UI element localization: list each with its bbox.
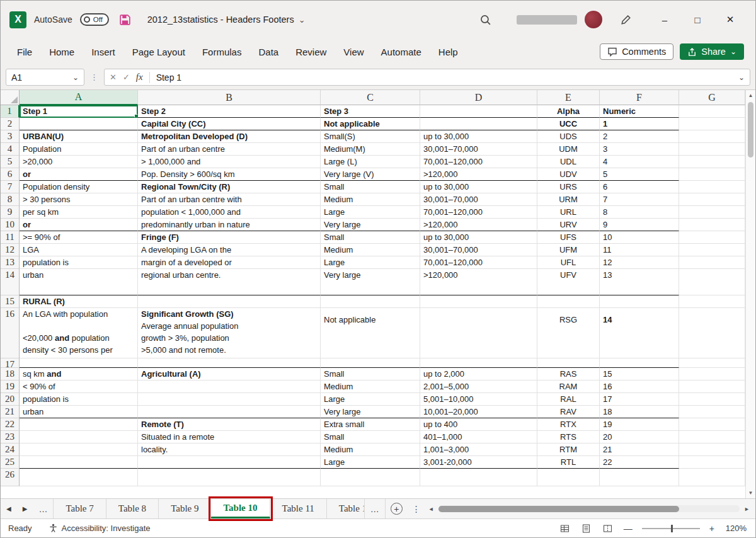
cell-D9[interactable]: 70,001–120,000 (420, 206, 537, 219)
cell-D25[interactable]: 3,001-20,000 (420, 456, 537, 469)
zoom-slider-knob[interactable] (671, 525, 673, 532)
page-break-preview-button[interactable] (601, 522, 614, 535)
cell-A20[interactable]: population is (20, 393, 138, 406)
sheet-tab-table-8[interactable]: Table 8 (106, 499, 159, 518)
cell-D15[interactable] (420, 295, 537, 308)
cell-B17[interactable] (138, 358, 321, 368)
cell-C7[interactable]: Small (321, 181, 420, 193)
cell-D23[interactable]: 401–1,000 (420, 431, 537, 444)
tab-nav-right-icon[interactable]: ▶ (17, 499, 33, 518)
row-header-25[interactable]: 25 (1, 456, 20, 469)
cell-G21[interactable] (679, 406, 745, 418)
cell-E20[interactable]: RAL (537, 393, 600, 406)
row-header-22[interactable]: 22 (1, 418, 20, 431)
column-header-D[interactable]: D (420, 90, 537, 105)
row-header-1[interactable]: 1 (1, 105, 20, 118)
cell-E1[interactable]: Alpha (537, 105, 600, 118)
cell-G17[interactable] (679, 358, 745, 368)
cell-F26[interactable] (600, 469, 679, 486)
row-header-8[interactable]: 8 (1, 193, 20, 206)
cell-G18[interactable] (679, 368, 745, 381)
cell-A13[interactable]: population is (20, 256, 138, 269)
cell-D1[interactable] (420, 105, 537, 118)
cell-E23[interactable]: RTS (537, 431, 600, 444)
sheet-tab-table-10[interactable]: Table 10 (211, 499, 270, 518)
column-header-F[interactable]: F (600, 90, 679, 105)
cell-G5[interactable] (679, 156, 745, 168)
cell-F20[interactable]: 17 (600, 393, 679, 406)
cell-B24[interactable]: locality. (138, 444, 321, 456)
horizontal-scrollbar-track[interactable] (438, 505, 740, 512)
cell-B15[interactable] (138, 295, 321, 308)
cell-D19[interactable]: 2,001–5,000 (420, 381, 537, 393)
cell-G9[interactable] (679, 206, 745, 219)
cell-B7[interactable]: Regional Town/City (R) (138, 181, 321, 193)
fill-handle[interactable] (134, 114, 138, 118)
cell-G16[interactable] (679, 308, 745, 358)
cell-D6[interactable]: >120,000 (420, 168, 537, 181)
column-header-B[interactable]: B (138, 90, 321, 105)
row-header-14[interactable]: 14 (1, 269, 20, 295)
cell-E12[interactable]: UFM (537, 244, 600, 256)
row-header-5[interactable]: 5 (1, 156, 20, 168)
cell-A26[interactable] (20, 469, 138, 486)
cell-F1[interactable]: Numeric (600, 105, 679, 118)
row-header-20[interactable]: 20 (1, 393, 20, 406)
vertical-scrollbar[interactable]: ▲ ▼ (745, 90, 755, 498)
cell-C6[interactable]: Very large (V) (321, 168, 420, 181)
cell-E10[interactable]: URV (537, 219, 600, 231)
cell-E16[interactable]: RSG (537, 308, 600, 358)
cell-B21[interactable] (138, 406, 321, 418)
cell-G24[interactable] (679, 444, 745, 456)
cell-G23[interactable] (679, 431, 745, 444)
name-box[interactable]: A1 ⌄ (6, 69, 84, 86)
cell-B2[interactable]: Capital City (CC) (138, 118, 321, 130)
cell-B11[interactable]: Fringe (F) (138, 231, 321, 244)
cell-F23[interactable]: 20 (600, 431, 679, 444)
zoom-level[interactable]: 120% (724, 524, 747, 533)
cell-B6[interactable]: Pop. Density > 600/sq km (138, 168, 321, 181)
cell-C3[interactable]: Small(S) (321, 130, 420, 143)
autosave-toggle[interactable]: Off (80, 13, 109, 26)
cell-F6[interactable]: 5 (600, 168, 679, 181)
cell-C21[interactable]: Very large (321, 406, 420, 418)
scroll-left-icon[interactable]: ◄ (427, 506, 436, 512)
cell-D4[interactable]: 30,001–70,000 (420, 143, 537, 156)
zoom-out-button[interactable]: — (622, 524, 634, 534)
column-header-A[interactable]: A (20, 90, 138, 105)
cell-G22[interactable] (679, 418, 745, 431)
cell-G26[interactable] (679, 469, 745, 486)
save-button[interactable] (117, 14, 134, 26)
share-button[interactable]: Share ⌄ (680, 43, 744, 60)
sheet-tab-table-9[interactable]: Table 9 (159, 499, 211, 518)
cell-A1[interactable]: Step 1 (20, 105, 138, 118)
ribbon-tab-formulas[interactable]: Formulas (202, 47, 242, 57)
cell-C5[interactable]: Large (L) (321, 156, 420, 168)
cell-G3[interactable] (679, 130, 745, 143)
cell-D20[interactable]: 5,001–10,000 (420, 393, 537, 406)
column-header-C[interactable]: C (321, 90, 420, 105)
page-layout-view-button[interactable] (580, 522, 593, 535)
cell-F21[interactable]: 18 (600, 406, 679, 418)
cell-G10[interactable] (679, 219, 745, 231)
cell-G8[interactable] (679, 193, 745, 206)
cell-E7[interactable]: URS (537, 181, 600, 193)
cell-C26[interactable] (321, 469, 420, 486)
cell-B25[interactable] (138, 456, 321, 469)
row-header-15[interactable]: 15 (1, 295, 20, 308)
cell-D17[interactable] (420, 358, 537, 368)
cell-B18[interactable]: Agricultural (A) (138, 368, 321, 381)
cell-B10[interactable]: predominantly urban in nature (138, 219, 321, 231)
formula-bar-grip[interactable]: ⋮ (88, 72, 100, 82)
cell-B12[interactable]: A developing LGA on the (138, 244, 321, 256)
cell-F18[interactable]: 15 (600, 368, 679, 381)
cell-B19[interactable] (138, 381, 321, 393)
cell-F9[interactable]: 8 (600, 206, 679, 219)
row-header-12[interactable]: 12 (1, 244, 20, 256)
cell-C23[interactable]: Small (321, 431, 420, 444)
row-header-3[interactable]: 3 (1, 130, 20, 143)
row-header-19[interactable]: 19 (1, 381, 20, 393)
cell-F17[interactable] (600, 358, 679, 368)
cell-A8[interactable]: > 30 persons (20, 193, 138, 206)
cell-C24[interactable]: Medium (321, 444, 420, 456)
